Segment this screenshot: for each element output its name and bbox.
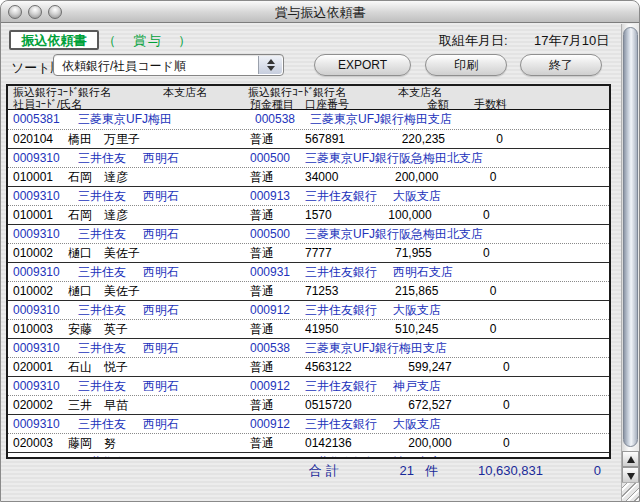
employee-code: 020001 — [13, 358, 68, 376]
print-button[interactable]: 印刷 — [425, 54, 507, 76]
bank-code: 0009310 — [13, 339, 78, 357]
transfer-branch-name: 阪急梅田北支店 — [399, 149, 483, 167]
stepper-arrows-icon[interactable] — [258, 56, 282, 74]
transfer-bank-name: 三井住友銀行 — [305, 187, 393, 205]
scroll-up-icon[interactable] — [622, 451, 639, 467]
employee-code: 010001 — [13, 206, 68, 224]
transfer-bank-name: 三井住友銀行 — [305, 263, 393, 281]
fee: 0 — [452, 434, 510, 452]
app-window: 賞与振込依頼書 振込依頼書 （ 賞与 ） 取組年月日: 17年7月10日 ソート… — [0, 0, 640, 502]
account-type: 普通 — [250, 282, 305, 300]
branch-name: 西明石 — [143, 301, 250, 319]
amount: 672,527 — [352, 396, 452, 414]
employee-code: 020104 — [13, 130, 68, 148]
employee-code: 010001 — [13, 168, 68, 186]
sort-order-select[interactable]: 依頼銀行/社員コード順 — [53, 54, 284, 76]
col-transfer-bank-name: 銀行名 — [313, 86, 398, 98]
employee-row[interactable]: 020002 三井 早苗 普通 0515720 672,527 0 — [8, 395, 609, 414]
branch-name: 西明石 — [143, 225, 250, 243]
total-count: 21 — [366, 462, 414, 480]
processing-date-value: 17年7月10日 — [534, 32, 609, 50]
bank-row[interactable]: 0009310 三井住友 西明石 000912 三井住友銀行 大阪支店 — [8, 300, 609, 319]
fee: 0 — [438, 168, 496, 186]
transfer-bank-name: 三井住友銀行 — [305, 453, 393, 459]
bank-row[interactable]: 0009310 三井住友 西明石 000500 三菱東京UFJ銀行 阪急梅田北支… — [8, 148, 609, 167]
employee-code: 010003 — [13, 320, 68, 338]
employee-name: 安藤 英子 — [68, 320, 250, 338]
quit-button[interactable]: 終了 — [520, 54, 602, 76]
transfer-bank-name: 三菱東京UFJ銀行 — [310, 110, 404, 129]
transfer-bank-name: 三菱東京UFJ銀行 — [305, 149, 399, 167]
bank-code: 0009310 — [13, 377, 78, 395]
bank-row[interactable]: 0009310 三井住友 西明石 000912 三井住友銀行 大阪支店 — [8, 414, 609, 433]
category-label: （ 賞与 ） — [103, 32, 193, 50]
amount: 215,865 — [338, 282, 438, 300]
bank-code: 0005381 — [13, 110, 78, 129]
transfer-branch-name: 西明石支店 — [393, 263, 453, 281]
bank-row[interactable]: 0009310 三井住友 西明石 000913 三井住友銀行 神戸支店 — [8, 452, 609, 459]
employee-name: 石岡 達彦 — [68, 168, 250, 186]
scrollbar-thumb[interactable] — [623, 27, 638, 447]
bank-code: 0009310 — [13, 453, 78, 459]
employee-row[interactable]: 010003 安藤 英子 普通 41950 510,245 0 — [8, 319, 609, 338]
account-type: 普通 — [250, 244, 305, 262]
account-number: 4563122 — [305, 358, 352, 376]
transfer-bank-name: 三井住友銀行 — [305, 301, 393, 319]
bank-row[interactable]: 0009310 三井住友 西明石 000500 三菱東京UFJ銀行 阪急梅田北支… — [8, 224, 609, 243]
fee: 0 — [432, 206, 490, 224]
employee-row[interactable]: 020001 石山 悦子 普通 4563122 599,247 0 — [8, 357, 609, 376]
bank-row[interactable]: 0009310 三井住友 西明石 000538 三菱東京UFJ銀行 梅田支店 — [8, 338, 609, 357]
account-number: 1570 — [305, 206, 332, 224]
fee: 0 — [432, 244, 490, 262]
bank-row[interactable]: 0009310 三井住友 西明石 000912 三井住友銀行 神戸支店 — [8, 376, 609, 395]
transfer-branch-name: 大阪支店 — [393, 301, 441, 319]
employee-code: 010002 — [13, 244, 68, 262]
bank-name: 三井住友 — [78, 187, 143, 205]
employee-row[interactable]: 010002 樋口 美佐子 普通 71253 215,865 0 — [8, 281, 609, 300]
fee: 0 — [438, 282, 496, 300]
account-type: 普通 — [250, 434, 305, 452]
transfer-branch-name: 神戸支店 — [393, 377, 441, 395]
transfer-bank-code: 000912 — [250, 415, 305, 433]
transfer-bank-code: 000913 — [250, 453, 305, 459]
account-number: 0142136 — [305, 434, 352, 452]
employee-row[interactable]: 020003 藤岡 努 普通 0142136 200,000 0 — [8, 433, 609, 452]
table-body: 0005381 三菱東京UFJ 梅田 000538 三菱東京UFJ銀行 梅田支店… — [8, 110, 609, 459]
bank-name: 三井住友 — [78, 415, 143, 433]
branch-name: 西明石 — [143, 453, 250, 459]
transfer-table: 振込銀行ｺｰﾄﾞ 銀行名 本支店名 振込銀行ｺｰﾄﾞ 銀行名 本支店名 社員ｺｰ… — [6, 84, 611, 459]
account-type: 普通 — [250, 358, 305, 376]
bank-name: 三井住友 — [78, 225, 143, 243]
account-type: 普通 — [250, 168, 305, 186]
amount: 200,000 — [338, 168, 438, 186]
total-label: 合計 — [309, 462, 343, 480]
employee-row[interactable]: 010001 石岡 達彦 普通 34000 200,000 0 — [8, 167, 609, 186]
fee: 0 — [438, 320, 496, 338]
doc-type-badge: 振込依頼書 — [9, 30, 99, 50]
bank-row[interactable]: 0009310 三井住友 西明石 000931 三井住友銀行 西明石支店 — [8, 262, 609, 281]
employee-name: 石岡 達彦 — [68, 206, 250, 224]
branch-name: 西明石 — [143, 377, 250, 395]
account-number: 567891 — [305, 130, 345, 148]
bank-name: 三井住友 — [78, 377, 143, 395]
bank-code: 0009310 — [13, 149, 78, 167]
transfer-bank-code: 000500 — [250, 149, 305, 167]
transfer-bank-code: 000538 — [255, 110, 310, 129]
employee-row[interactable]: 020104 橋田 万里子 普通 567891 220,235 0 — [8, 129, 609, 148]
export-button[interactable]: EXPORT — [314, 54, 411, 76]
resize-grip-icon[interactable] — [621, 482, 639, 501]
total-row: 合計 21 件 10,630,831 0 — [6, 462, 611, 480]
bank-row[interactable]: 0005381 三菱東京UFJ 梅田 000538 三菱東京UFJ銀行 梅田支店 — [8, 110, 609, 129]
branch-name: 西明石 — [143, 339, 250, 357]
transfer-branch-name: 大阪支店 — [393, 415, 441, 433]
bank-name: 三菱東京UFJ — [78, 110, 148, 129]
transfer-branch-name: 阪急梅田北支店 — [399, 225, 483, 243]
amount: 71,955 — [332, 244, 432, 262]
col-account-number: 口座番号 — [305, 98, 349, 110]
scroll-down-icon[interactable] — [622, 467, 639, 483]
employee-row[interactable]: 010002 樋口 美佐子 普通 7777 71,955 0 — [8, 243, 609, 262]
branch-name: 西明石 — [143, 263, 250, 281]
employee-row[interactable]: 010001 石岡 達彦 普通 1570 100,000 0 — [8, 205, 609, 224]
vertical-scrollbar[interactable] — [621, 24, 639, 502]
bank-row[interactable]: 0009310 三井住友 西明石 000913 三井住友銀行 大阪支店 — [8, 186, 609, 205]
